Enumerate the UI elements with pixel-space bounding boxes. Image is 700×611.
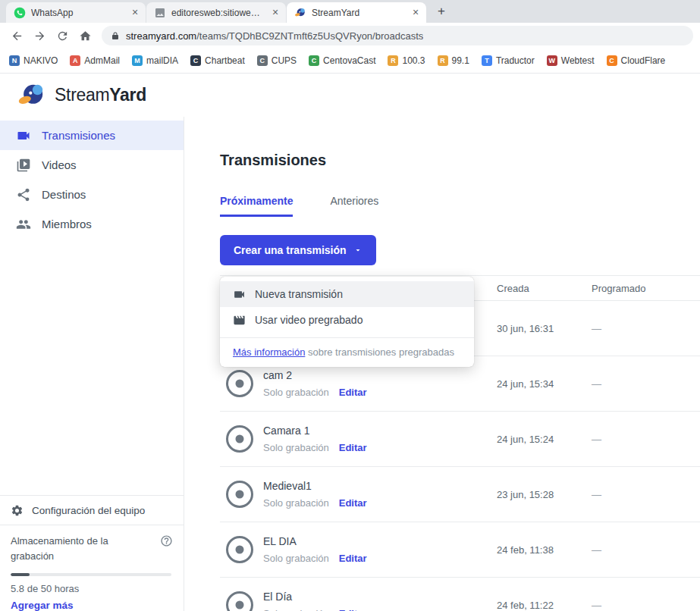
- scheduled-cell: —: [592, 434, 700, 445]
- bookmark-traductor[interactable]: TTraductor: [482, 55, 535, 66]
- created-cell: 24 jun, 15:24: [497, 434, 592, 445]
- edit-link[interactable]: Editar: [339, 553, 367, 564]
- sidebar-item-label: Destinos: [42, 188, 86, 201]
- more-info-link[interactable]: Más información: [233, 346, 305, 358]
- tab-title: editoresweb:sitioweb:eldia.co: [171, 8, 264, 18]
- record-icon: [226, 536, 253, 563]
- table-row[interactable]: El Día Solo grabaciónEditar 24 feb, 11:2…: [220, 578, 700, 611]
- sidebar-item-miembros[interactable]: Miembros: [0, 209, 184, 239]
- browser-tab-editoresweb[interactable]: editoresweb:sitioweb:eldia.co ×: [146, 2, 286, 23]
- back-button[interactable]: [7, 26, 27, 46]
- storage-title: Almacenamiento de la grabación: [11, 534, 140, 563]
- bookmark-centovacast[interactable]: CCentovaCast: [309, 55, 375, 66]
- close-icon[interactable]: ×: [129, 7, 141, 19]
- tab-proximamente[interactable]: Próximamente: [220, 195, 293, 217]
- radio-favicon-icon: R: [438, 55, 448, 66]
- bookmark-label: AdmMail: [84, 55, 120, 66]
- create-broadcast-button[interactable]: Crear una transmisión: [220, 235, 376, 265]
- site-favicon-icon: [154, 7, 166, 19]
- broadcast-tabs: Próximamente Anteriores: [220, 195, 700, 217]
- edit-link[interactable]: Editar: [339, 608, 367, 611]
- more-info-rest: sobre transmisiones pregrabadas: [305, 346, 454, 358]
- close-icon[interactable]: ×: [410, 7, 422, 19]
- bookmark-nakivo[interactable]: NNAKIVO: [9, 55, 58, 66]
- camera-icon: [233, 288, 246, 301]
- column-header-scheduled: Programado: [592, 283, 700, 294]
- chevron-down-icon: [353, 246, 363, 255]
- menu-item-label: Nueva transmisión: [255, 288, 343, 300]
- table-row[interactable]: EL DIA Solo grabaciónEditar 24 feb, 11:3…: [220, 522, 700, 578]
- bookmark-admmail[interactable]: AAdmMail: [70, 55, 120, 66]
- edit-link[interactable]: Editar: [339, 442, 367, 453]
- menu-item-video-pregrabado[interactable]: Usar video pregrabado: [220, 307, 474, 333]
- bookmark-cloudflare[interactable]: CCloudFlare: [607, 55, 666, 66]
- bookmark-label: NAKIVO: [24, 55, 58, 66]
- radio-favicon-icon: R: [388, 55, 398, 66]
- help-icon[interactable]: [160, 534, 173, 550]
- main-content: Transmisiones Próximamente Anteriores Cr…: [184, 117, 700, 611]
- scheduled-cell: —: [592, 600, 700, 611]
- add-more-link[interactable]: Agregar más: [11, 600, 173, 611]
- bookmark-cups[interactable]: CCUPS: [257, 55, 297, 66]
- scheduled-cell: —: [592, 323, 700, 334]
- broadcast-name: El Día: [263, 591, 367, 603]
- maildia-favicon-icon: M: [132, 55, 143, 66]
- sidebar-item-label: Miembros: [42, 218, 92, 230]
- sidebar-item-videos[interactable]: Videos: [0, 150, 184, 180]
- broadcast-subtitle: Solo grabación: [263, 553, 329, 564]
- table-row[interactable]: Medieval1 Solo grabaciónEditar 23 jun, 1…: [220, 467, 700, 522]
- url-text: streamyard.com/teams/TQDhBC9ZNTmft6z5UsQ…: [126, 30, 423, 42]
- table-row[interactable]: Camara 1 Solo grabaciónEditar 24 jun, 15…: [220, 412, 700, 467]
- storage-section: Almacenamiento de la grabación 5.8 de 50…: [0, 525, 184, 611]
- close-icon[interactable]: ×: [269, 7, 281, 19]
- column-header-created: Creada: [497, 283, 592, 294]
- home-button[interactable]: [75, 26, 96, 46]
- share-icon: [16, 187, 31, 202]
- bookmark-label: Chartbeat: [205, 55, 245, 66]
- bookmark-chartbeat[interactable]: CChartbeat: [190, 55, 245, 66]
- broadcast-subtitle: Solo grabación: [263, 497, 329, 509]
- page-title: Transmisiones: [220, 150, 700, 170]
- streamyard-favicon-icon: [294, 7, 306, 19]
- forward-button[interactable]: [30, 26, 50, 46]
- cloudflare-favicon-icon: C: [607, 55, 617, 66]
- camera-icon: [16, 128, 31, 143]
- browser-tab-whatsapp[interactable]: WhatsApp ×: [6, 2, 146, 23]
- broadcast-subtitle: Solo grabación: [263, 442, 329, 453]
- tab-title: WhatsApp: [31, 8, 124, 18]
- create-broadcast-dropdown: Nueva transmisión Usar video pregrabado …: [220, 277, 474, 367]
- bookmark-webtest[interactable]: WWebtest: [547, 55, 595, 66]
- menu-item-nueva-transmision[interactable]: Nueva transmisión: [220, 281, 474, 307]
- browser-navbar: streamyard.com/teams/TQDhBC9ZNTmft6z5UsQ…: [0, 23, 700, 49]
- created-cell: 23 jun, 15:28: [497, 489, 592, 500]
- sidebar-item-label: Videos: [42, 158, 77, 171]
- storage-progress-bar: [11, 573, 171, 576]
- scheduled-cell: —: [592, 489, 700, 500]
- bookmark-label: mailDIA: [146, 55, 178, 66]
- storage-used-text: 5.8 de 50 horas: [11, 583, 173, 594]
- create-broadcast-label: Crear una transmisión: [234, 244, 347, 256]
- broadcast-subtitle: Solo grabación: [263, 387, 329, 398]
- bookmark-100-3[interactable]: R100.3: [388, 55, 425, 66]
- browser-tab-streamyard[interactable]: StreamYard ×: [287, 2, 426, 23]
- bookmark-99-1[interactable]: R99.1: [438, 55, 469, 66]
- broadcast-name: Medieval1: [263, 480, 367, 492]
- streamyard-logo-icon: [17, 80, 47, 111]
- reload-button[interactable]: [52, 26, 73, 46]
- app-header: StreamYard: [0, 74, 700, 117]
- edit-link[interactable]: Editar: [339, 387, 367, 398]
- team-settings-button[interactable]: Configuración del equipo: [0, 496, 184, 525]
- edit-link[interactable]: Editar: [339, 497, 367, 509]
- broadcast-name: EL DIA: [263, 535, 367, 547]
- broadcast-subtitle: Solo grabación: [263, 608, 329, 611]
- bookmark-maildia[interactable]: MmailDIA: [132, 55, 178, 66]
- bookmark-label: 99.1: [452, 55, 469, 66]
- new-tab-button[interactable]: +: [432, 2, 451, 21]
- menu-item-label: Usar video pregrabado: [255, 314, 363, 326]
- sidebar-item-destinos[interactable]: Destinos: [0, 180, 184, 209]
- sidebar: Transmisiones Videos Destinos Miembros C…: [0, 117, 184, 611]
- sidebar-item-transmisiones[interactable]: Transmisiones: [0, 121, 184, 150]
- tab-anteriores[interactable]: Anteriores: [330, 195, 378, 217]
- clapperboard-icon: [233, 314, 246, 327]
- address-bar[interactable]: streamyard.com/teams/TQDhBC9ZNTmft6z5UsQ…: [102, 26, 693, 45]
